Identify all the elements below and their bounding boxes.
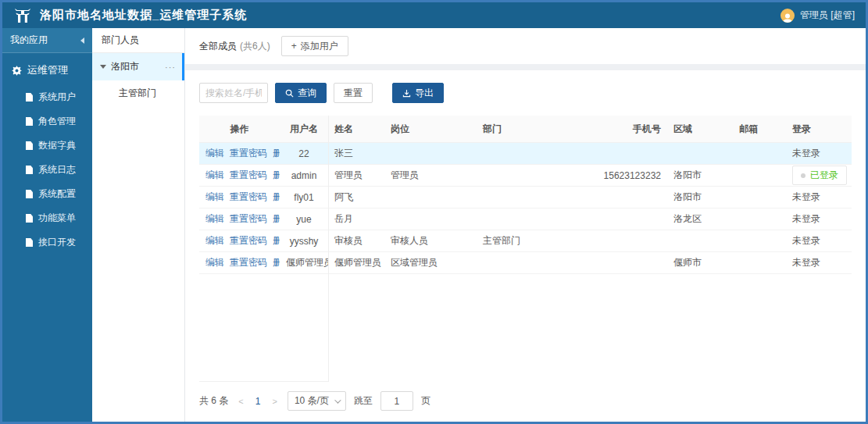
table-row[interactable]: 编辑重置密码删除 22 张三 未登录 禁用 [199, 143, 852, 165]
sidebar-item-function-menu[interactable]: 功能菜单 [2, 206, 92, 230]
edit-link[interactable]: 编辑 [205, 235, 224, 246]
sidebar-item-role-mgmt[interactable]: 角色管理 [2, 109, 92, 134]
more-actions-icon[interactable]: ··· [165, 62, 176, 72]
reset-label: 重置 [344, 87, 363, 100]
col-name: 姓名 [328, 116, 384, 143]
status-dot-icon [801, 173, 805, 178]
table-row[interactable]: 编辑重置密码删除 admin 管理员 管理员 15623123232 洛阳市 [199, 165, 852, 187]
search-input[interactable] [199, 83, 268, 103]
delete-link[interactable]: 删除 [273, 191, 280, 202]
reset-button[interactable]: 重置 [334, 83, 373, 103]
cell-post: 区域管理员 [384, 252, 477, 274]
total-count-label: 共 6 条 [199, 394, 228, 408]
sidebar-header-label: 我的应用 [10, 34, 48, 47]
reset-password-link[interactable]: 重置密码 [230, 169, 267, 180]
cell-login: 未登录 [786, 187, 852, 208]
page-size-select[interactable]: 10 条/页 [288, 391, 346, 411]
cell-name: 张三 [328, 143, 384, 165]
current-user-label[interactable]: 管理员 [超管] [800, 9, 855, 22]
cell-region: 洛阳市 [667, 165, 733, 187]
tree-node-label: 洛阳市 [111, 60, 139, 73]
cell-username: admin [280, 165, 328, 187]
cell-region [667, 230, 733, 252]
cell-name: 管理员 [328, 165, 384, 187]
cell-post [384, 208, 477, 230]
reset-password-link[interactable]: 重置密码 [230, 257, 267, 268]
table-row[interactable]: 编辑重置密码删除 偃师管理员 偃师管理员 区域管理员 偃师市 未登录 正 [199, 252, 852, 274]
delete-link[interactable]: 删除 [273, 148, 280, 159]
chevron-down-icon [334, 397, 341, 403]
sidebar-item-system-log[interactable]: 系统日志 [2, 158, 92, 182]
collapse-arrow-icon[interactable] [80, 37, 84, 44]
reset-password-link[interactable]: 重置密码 [230, 213, 267, 224]
sidebar-item-label: 系统用户 [38, 91, 76, 104]
sidebar-item-data-dict[interactable]: 数据字典 [2, 134, 92, 158]
sidebar-item-system-users[interactable]: 系统用户 [2, 85, 92, 109]
cell-email [733, 143, 786, 165]
sidebar-header[interactable]: 我的应用 [2, 28, 92, 53]
sidebar-item-label: 功能菜单 [38, 212, 76, 225]
user-avatar[interactable] [780, 9, 795, 23]
next-page-button[interactable]: > [270, 397, 279, 406]
sidebar-group-label: 运维管理 [27, 63, 68, 77]
dept-panel: 部门人员 洛阳市 ··· 主管部门 [92, 28, 185, 422]
table-row[interactable]: 编辑重置密码删除 yysshy 审核员 审核人员 主管部门 未登录 正常 [199, 230, 852, 252]
tree-node-主管部门[interactable]: 主管部门 [92, 80, 184, 106]
cell-phone [595, 143, 667, 165]
col-phone: 手机号 [595, 116, 667, 143]
cell-post [384, 143, 477, 165]
cell-email [733, 252, 786, 274]
cell-region: 偃师市 [667, 252, 733, 274]
sidebar-item-label: 系统配置 [38, 187, 76, 201]
query-label: 查询 [298, 87, 316, 100]
cell-email [733, 165, 786, 187]
delete-link[interactable]: 删除 [273, 235, 280, 246]
jump-page-input[interactable] [380, 391, 413, 411]
query-button[interactable]: 查询 [275, 83, 327, 103]
main-area: 全部成员 (共6人) + 添加用户 查询 [185, 28, 866, 422]
edit-link[interactable]: 编辑 [205, 213, 224, 224]
reset-password-link[interactable]: 重置密码 [230, 235, 267, 246]
cell-post [384, 187, 477, 208]
cell-dept [477, 143, 595, 165]
current-page[interactable]: 1 [254, 396, 263, 407]
jump-label: 跳至 [354, 394, 373, 408]
cell-post: 管理员 [384, 165, 477, 187]
edit-link[interactable]: 编辑 [205, 169, 224, 180]
edit-link[interactable]: 编辑 [205, 257, 224, 268]
cell-email [733, 208, 786, 230]
add-user-button[interactable]: + 添加用户 [281, 36, 348, 56]
cell-username: fly01 [280, 187, 328, 208]
cell-dept [477, 208, 595, 230]
edit-link[interactable]: 编辑 [205, 191, 224, 202]
cell-username: yue [280, 208, 328, 230]
dept-panel-title: 部门人员 [92, 28, 184, 53]
col-login: 登录 [786, 116, 852, 143]
delete-link[interactable]: 删除 [273, 257, 280, 268]
reset-password-link[interactable]: 重置密码 [230, 191, 267, 202]
cell-dept [477, 187, 595, 208]
table-row[interactable]: 编辑重置密码删除 yue 岳月 洛龙区 未登录 正常 [199, 208, 852, 230]
tree-node-luoyang[interactable]: 洛阳市 ··· [92, 53, 184, 80]
reset-password-link[interactable]: 重置密码 [230, 148, 267, 159]
edit-link[interactable]: 编辑 [205, 148, 224, 159]
cell-name: 偃师管理员 [328, 252, 384, 274]
delete-link[interactable]: 删除 [273, 169, 280, 180]
archway-logo-icon [13, 7, 32, 24]
table-row[interactable]: 编辑重置密码删除 fly01 阿飞 洛阳市 未登录 正常 [199, 187, 852, 208]
cell-phone [595, 252, 667, 274]
file-icon [26, 238, 33, 247]
cell-login: 未登录 [786, 230, 852, 252]
col-email: 邮箱 [733, 116, 786, 143]
caret-down-icon[interactable] [100, 65, 106, 69]
export-button[interactable]: 导出 [392, 83, 444, 103]
col-region: 区域 [667, 116, 733, 143]
sidebar-item-system-config[interactable]: 系统配置 [2, 182, 92, 206]
file-icon [26, 93, 33, 102]
sidebar-item-api-dev[interactable]: 接口开发 [2, 230, 92, 255]
sidebar-group-ops[interactable]: 运维管理 [2, 53, 92, 85]
delete-link[interactable]: 删除 [273, 213, 280, 224]
col-dept: 部门 [477, 116, 595, 143]
prev-page-button[interactable]: < [236, 397, 245, 406]
sidebar: 我的应用 运维管理 系统用户 角色管理 数据字典 [2, 28, 92, 422]
